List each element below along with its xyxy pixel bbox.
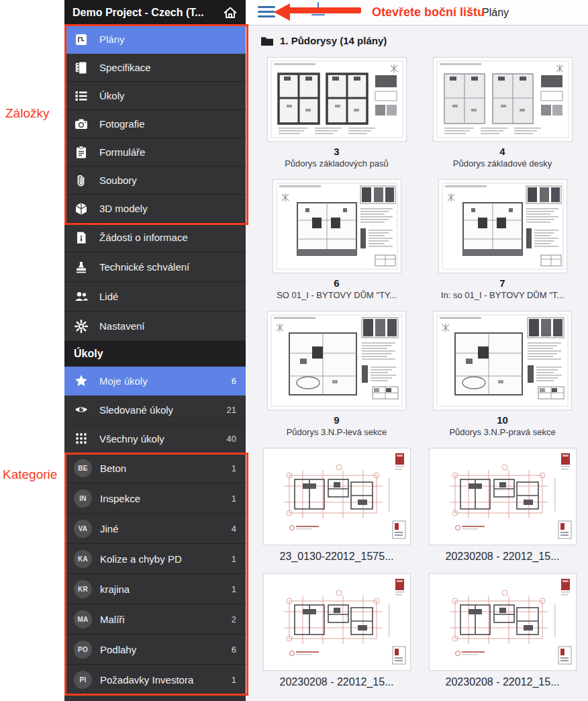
plan-thumbnail: [433, 57, 573, 142]
pulldown-arrow-icon[interactable]: [310, 1, 326, 20]
sidebar-tabs: Plány Specifikace Úkoly Fotografie Formu…: [64, 26, 246, 223]
task-filter-label: Všechny úkoly: [99, 433, 222, 445]
sidebar-item-label: Plány: [99, 34, 236, 45]
category-count-badge: 4: [232, 524, 236, 534]
plan-card[interactable]: 20230208 - 22012_15...: [429, 573, 577, 688]
category-avatar: VA: [74, 520, 92, 538]
sidebar-item-fotografie[interactable]: Fotografie: [64, 110, 246, 138]
folder-title: 1. Půdorysy (14 plány): [280, 35, 387, 46]
category-count-badge: 1: [232, 675, 236, 685]
category-item-krajina[interactable]: KR krajina 1: [64, 574, 246, 604]
category-count-badge: 2: [232, 614, 236, 624]
plan-card[interactable]: 7 In: so 01_I - BYTOVY DŮM "T...: [438, 179, 567, 300]
category-item-sádrokartony[interactable]: SÁ Sádrokartony: [64, 695, 246, 701]
plan-card[interactable]: 23_0130-22012_1575...: [263, 448, 411, 563]
app-screen: Záložky Kategorie Demo Project - Czech (…: [0, 0, 588, 701]
sidebar-item-label: Nastavení: [99, 320, 236, 332]
sidebar-item-3d-modely[interactable]: 3D modely: [64, 195, 246, 223]
camera-icon: [74, 117, 89, 132]
sidebar-item-label: Žádosti o informace: [99, 232, 236, 243]
category-count-badge: 1: [232, 494, 236, 504]
topbar: Otevřete boční lištu Plány: [246, 0, 588, 26]
category-count-badge: 1: [232, 584, 236, 594]
sidebar-item-lidé[interactable]: Lidé: [64, 282, 246, 312]
category-item-požadavky-investora[interactable]: PI Požadavky Investora 1: [64, 665, 246, 695]
sidebar-item-label: Specifikace: [99, 62, 236, 73]
category-count-badge: 1: [232, 554, 236, 564]
grid-icon: [74, 431, 89, 446]
home-icon[interactable]: [223, 5, 238, 20]
task-filter-moje-úkoly[interactable]: Moje úkoly 6: [64, 367, 246, 395]
plan-title: Půdorys základových pasů: [267, 158, 407, 169]
plan-card[interactable]: 20230208 - 22012_15...: [429, 448, 577, 563]
sidebar-item-label: Úkoly: [99, 90, 236, 101]
category-label: krajina: [100, 583, 226, 595]
plan-title: SO 01_I - BYTOVY DŮM "TY...: [273, 290, 401, 300]
category-item-inspekce[interactable]: IN Inspekce 1: [64, 483, 246, 514]
plan-card[interactable]: 6 SO 01_I - BYTOVY DŮM "TY...: [273, 179, 401, 300]
hamburger-menu-icon[interactable]: [258, 6, 275, 19]
plan-title: Půdorys základové desky: [433, 158, 573, 169]
tasks-section-header: Úkoly: [64, 341, 246, 367]
plan-card[interactable]: 4 Půdorys základové desky: [433, 57, 573, 169]
plan-thumbnail: [433, 311, 572, 410]
plan-card[interactable]: 3 Půdorys základových pasů: [267, 57, 407, 169]
category-item-podlahy[interactable]: PO Podlahy 6: [64, 635, 246, 665]
sidebar: Demo Project - Czech (T... Plány Specifi…: [64, 0, 246, 701]
task-filter-všechny-úkoly[interactable]: Všechny úkoly 40: [64, 424, 246, 453]
sidebar-item-úkoly[interactable]: Úkoly: [64, 82, 246, 110]
plan-card[interactable]: 9 Půdorys 3.N.P-levá sekce: [267, 311, 406, 437]
category-item-kolize-a-chyby-pd[interactable]: KA Kolize a chyby PD 1: [64, 544, 246, 574]
sidebar-item-soubory[interactable]: Soubory: [64, 167, 246, 195]
plan-number: 3: [267, 146, 407, 157]
sidebar-item-label: Soubory: [99, 175, 236, 186]
folder-row[interactable]: 1. Půdorysy (14 plány): [246, 26, 588, 46]
gear-icon: [74, 319, 89, 334]
plan-title: Půdorys 3.N.P-levá sekce: [267, 427, 406, 437]
annotation-gutter: Záložky Kategorie: [0, 0, 64, 701]
plan-icon: [74, 32, 89, 47]
paperclip-icon: [74, 173, 89, 188]
category-label: Kolize a chyby PD: [100, 553, 226, 565]
plan-thumbnail: [267, 57, 407, 142]
plan-number: 4: [433, 146, 573, 157]
category-item-malíři[interactable]: MA Malíři 2: [64, 604, 246, 635]
category-avatar: KA: [74, 550, 92, 568]
task-filter-label: Moje úkoly: [99, 375, 226, 387]
category-avatar: KR: [74, 580, 92, 598]
sidebar-item-specifikace[interactable]: Specifikace: [64, 54, 246, 82]
project-title: Demo Project - Czech (T...: [72, 7, 223, 19]
plan-thumbnail: [263, 448, 411, 545]
folder-icon: [260, 36, 274, 46]
plan-card[interactable]: 10 Půdorys 3.N.P-pravá sekce: [433, 311, 572, 437]
info-doc-icon: [74, 230, 89, 245]
sidebar-item-label: Technické schválení: [99, 261, 236, 273]
page-title: Plány: [482, 7, 509, 19]
task-filters: Moje úkoly 6 Sledované úkoly 21 Všechny …: [64, 367, 246, 453]
category-item-jiné[interactable]: VA Jiné 4: [64, 514, 246, 544]
clipboard-icon: [74, 145, 89, 160]
plan-thumbnail: [429, 448, 577, 545]
sidebar-item-label: 3D modely: [99, 203, 236, 214]
sidebar-item-žádosti-o-informace[interactable]: Žádosti o informace: [64, 223, 246, 252]
plan-title: In: so 01_I - BYTOVY DŮM "T...: [438, 290, 567, 300]
annotation-tabs-label: Záložky: [5, 106, 49, 121]
task-filter-sledované-úkoly[interactable]: Sledované úkoly 21: [64, 395, 246, 424]
sidebar-item-technické-schválení[interactable]: Technické schválení: [64, 252, 246, 282]
plan-thumbnail: [273, 179, 401, 273]
plan-card[interactable]: 20230208 - 22012_15...: [263, 573, 411, 688]
task-list-icon: [74, 89, 89, 103]
sidebar-item-label: Lidé: [99, 291, 236, 302]
sidebar-item-label: Formuláře: [99, 146, 236, 158]
category-item-beton[interactable]: BE Beton 1: [64, 453, 246, 483]
sidebar-item-plány[interactable]: Plány: [64, 26, 246, 54]
sidebar-item-formuláře[interactable]: Formuláře: [64, 138, 246, 167]
sidebar-item-nastavení[interactable]: Nastavení: [64, 312, 246, 341]
plan-title: 23_0130-22012_1575...: [263, 551, 411, 563]
cube-icon: [74, 201, 89, 216]
category-avatar: IN: [74, 489, 92, 508]
plan-number: 7: [438, 277, 567, 289]
plan-title: 20230208 - 22012_15...: [263, 676, 411, 688]
task-count-badge: 40: [227, 434, 236, 444]
notebook-icon: [74, 60, 89, 75]
